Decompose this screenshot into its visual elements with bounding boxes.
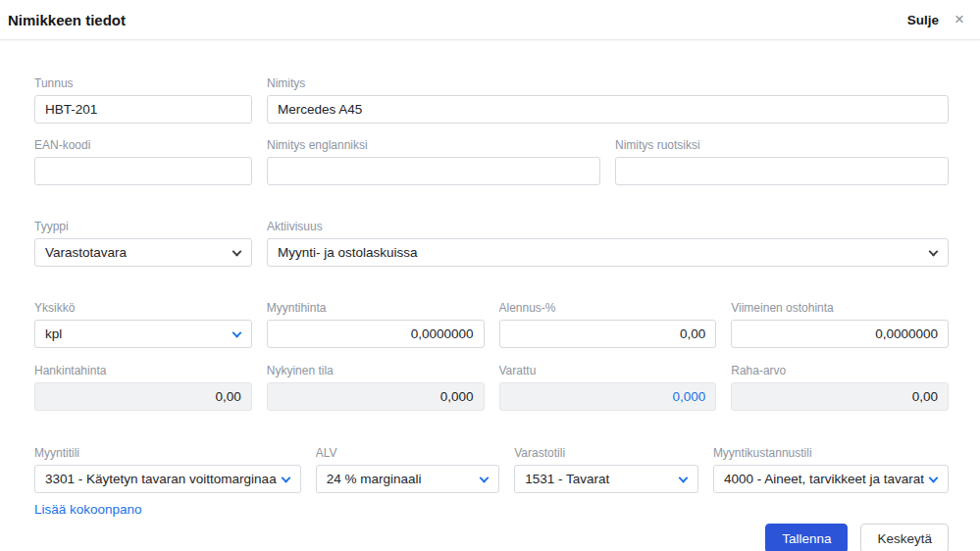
chevron-down-icon xyxy=(232,246,242,256)
nimitys-en-label: Nimitys englanniksi xyxy=(267,138,600,152)
item-details-dialog: Nimikkeen tiedot Sulje × Tunnus Nimitys … xyxy=(0,0,980,551)
yksikko-select[interactable]: kpl xyxy=(34,320,252,348)
myyntihinta-input[interactable] xyxy=(267,320,485,348)
varastotili-label: Varastotili xyxy=(514,446,698,460)
field-alennus: Alennus-% xyxy=(499,301,717,348)
hankintahinta-label: Hankintahinta xyxy=(34,364,252,377)
ean-label: EAN-koodi xyxy=(34,138,252,152)
tunnus-input[interactable] xyxy=(34,95,252,124)
form-row-4: Yksikkö kpl Myyntihinta Alennus-% Viimei… xyxy=(34,301,949,348)
tyyppi-select-value: Varastotavara xyxy=(45,245,228,260)
varattu-input xyxy=(499,382,717,411)
form-row-3: Tyyppi Varastotavara Aktiivisuus Myynti-… xyxy=(34,220,949,267)
tyyppi-label: Tyyppi xyxy=(34,220,252,233)
chevron-down-icon xyxy=(232,327,241,337)
alennus-input[interactable] xyxy=(499,320,717,348)
form-row-6: Myyntitili 3301 - Käytetyn tavaran voitt… xyxy=(34,446,949,493)
chevron-down-icon xyxy=(480,473,490,482)
close-icon[interactable]: × xyxy=(949,9,970,30)
field-myyntikustannustili: Myyntikustannustili 4000 - Aineet, tarvi… xyxy=(713,446,949,493)
field-varattu: Varattu xyxy=(499,364,717,411)
field-varastotili: Varastotili 1531 - Tavarat xyxy=(514,446,698,493)
dialog-footer: Tallenna Keskeytä xyxy=(34,524,949,551)
varastotili-select-value: 1531 - Tavarat xyxy=(525,472,674,486)
alennus-label: Alennus-% xyxy=(499,301,717,315)
viimeinen-ostohinta-input[interactable] xyxy=(731,320,949,348)
nimitys-input[interactable] xyxy=(267,95,949,124)
nimitys-en-input[interactable] xyxy=(267,157,600,185)
field-tunnus: Tunnus xyxy=(34,76,252,124)
cancel-button[interactable]: Keskeytä xyxy=(860,524,949,551)
nykyinen-tila-label: Nykyinen tila xyxy=(267,364,485,377)
tyyppi-select[interactable]: Varastotavara xyxy=(34,238,252,267)
myyntihinta-label: Myyntihinta xyxy=(267,301,485,315)
form-row-2: EAN-koodi Nimitys englanniksi Nimitys ru… xyxy=(34,138,949,185)
nimitys-label: Nimitys xyxy=(267,76,949,90)
page-title: Nimikkeen tiedot xyxy=(8,12,126,28)
nykyinen-tila-input xyxy=(267,382,485,411)
varastotili-select[interactable]: 1531 - Tavarat xyxy=(514,465,698,493)
field-viimeinen-ostohinta: Viimeinen ostohinta xyxy=(731,301,949,348)
varattu-label: Varattu xyxy=(499,364,717,377)
field-hankintahinta: Hankintahinta xyxy=(34,364,252,411)
chevron-down-icon xyxy=(281,473,290,482)
aktiivisuus-label: Aktiivisuus xyxy=(267,220,949,233)
myyntitili-select[interactable]: 3301 - Käytetyn tavaran voittomarginaa xyxy=(34,465,301,493)
field-yksikko: Yksikkö kpl xyxy=(34,301,252,348)
ean-input[interactable] xyxy=(34,157,252,185)
form-row-1: Tunnus Nimitys xyxy=(34,76,949,124)
item-form: Tunnus Nimitys EAN-koodi Nimitys englann… xyxy=(0,76,980,551)
field-myyntihinta: Myyntihinta xyxy=(267,301,485,348)
field-aktiivisuus: Aktiivisuus Myynti- ja ostolaskuissa xyxy=(267,220,949,267)
field-nimitys: Nimitys xyxy=(267,76,949,124)
raha-arvo-input xyxy=(731,382,949,411)
chevron-down-icon xyxy=(929,473,939,482)
myyntitili-select-value: 3301 - Käytetyn tavaran voittomarginaa xyxy=(45,472,277,486)
nimitys-sv-input[interactable] xyxy=(615,157,949,185)
save-button[interactable]: Tallenna xyxy=(765,524,848,551)
yksikko-select-value: kpl xyxy=(45,326,228,341)
raha-arvo-label: Raha-arvo xyxy=(731,364,949,377)
aktiivisuus-select[interactable]: Myynti- ja ostolaskuissa xyxy=(267,238,949,267)
field-nimitys-en: Nimitys englanniksi xyxy=(267,138,600,185)
add-assembly-link[interactable]: Lisää kokoonpano xyxy=(34,502,142,517)
field-ean: EAN-koodi xyxy=(34,138,252,185)
close-button-label[interactable]: Sulje xyxy=(907,13,939,27)
viimeinen-ostohinta-label: Viimeinen ostohinta xyxy=(731,301,949,315)
field-nykyinen-tila: Nykyinen tila xyxy=(267,364,485,411)
myyntikustannustili-label: Myyntikustannustili xyxy=(713,446,949,460)
nimitys-sv-label: Nimitys ruotsiksi xyxy=(615,138,949,152)
myyntitili-label: Myyntitili xyxy=(34,446,301,460)
field-tyyppi: Tyyppi Varastotavara xyxy=(34,220,252,267)
field-myyntitili: Myyntitili 3301 - Käytetyn tavaran voitt… xyxy=(34,446,301,493)
form-row-5: Hankintahinta Nykyinen tila Varattu Raha… xyxy=(34,364,949,411)
field-nimitys-sv: Nimitys ruotsiksi xyxy=(615,138,949,185)
yksikko-label: Yksikkö xyxy=(34,301,252,315)
field-alv: ALV 24 % marginaali xyxy=(316,446,500,493)
myyntikustannustili-select-value: 4000 - Aineet, tarvikkeet ja tavarat xyxy=(724,472,924,486)
alv-label: ALV xyxy=(316,446,500,460)
tunnus-label: Tunnus xyxy=(34,76,252,90)
aktiivisuus-select-value: Myynti- ja ostolaskuissa xyxy=(278,245,924,260)
chevron-down-icon xyxy=(678,473,688,482)
hankintahinta-input xyxy=(34,382,252,411)
alv-select-value: 24 % marginaali xyxy=(327,472,476,486)
alv-select[interactable]: 24 % marginaali xyxy=(316,465,500,493)
dialog-header: Nimikkeen tiedot Sulje × xyxy=(0,0,980,40)
myyntikustannustili-select[interactable]: 4000 - Aineet, tarvikkeet ja tavarat xyxy=(713,465,949,493)
field-raha-arvo: Raha-arvo xyxy=(731,364,949,411)
chevron-down-icon xyxy=(929,246,939,256)
